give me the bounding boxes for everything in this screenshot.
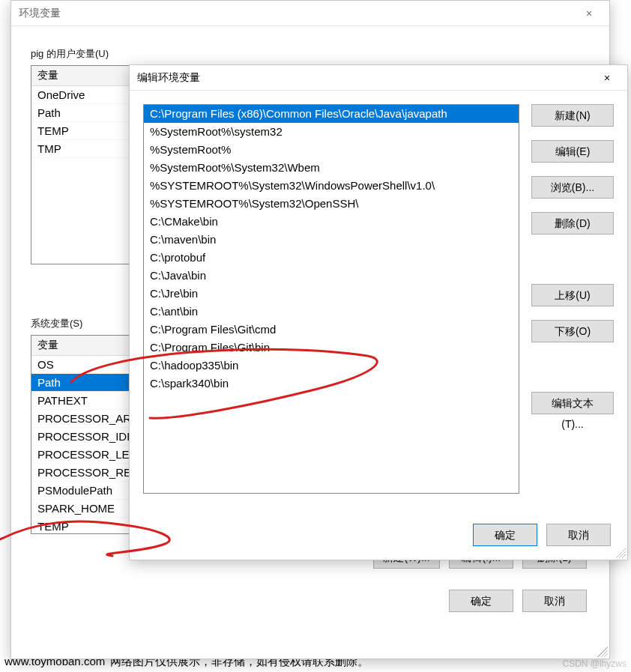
cancel-button[interactable]: 取消 — [546, 524, 611, 546]
path-row[interactable]: C:\Program Files\Git\bin — [144, 339, 519, 357]
path-row[interactable]: %SYSTEMROOT%\System32\OpenSSH\ — [144, 195, 519, 213]
user-vars-label: pig 的用户变量(U) — [31, 47, 590, 61]
ok-button[interactable]: 确定 — [473, 524, 537, 546]
csdn-watermark: CSDN @lhyzws — [562, 659, 627, 669]
titlebar: 环境变量 × — [11, 1, 609, 26]
path-row[interactable]: C:\CMake\bin — [144, 213, 519, 231]
move-down-button[interactable]: 下移(O) — [531, 320, 614, 342]
dialog-buttons: 确定 取消 — [31, 590, 590, 612]
side-buttons: 新建(N) 编辑(E) 浏览(B)... 删除(D) 上移(U) 下移(O) 编… — [531, 104, 614, 500]
path-row[interactable]: C:\Program Files\Git\cmd — [144, 321, 519, 339]
path-row[interactable]: %SystemRoot%\system32 — [144, 123, 519, 141]
path-listbox[interactable]: C:\Program Files (x86)\Common Files\Orac… — [143, 104, 519, 494]
close-icon[interactable]: × — [576, 7, 602, 19]
edit-text-button[interactable]: 编辑文本(T)... — [531, 392, 614, 414]
new-button[interactable]: 新建(N) — [531, 104, 614, 127]
delete-button[interactable]: 删除(D) — [531, 212, 614, 234]
edit-env-var-dialog: 编辑环境变量 × C:\Program Files (x86)\Common F… — [129, 64, 628, 560]
ok-button[interactable]: 确定 — [449, 590, 513, 612]
dialog-buttons: 确定 取消 — [143, 524, 614, 546]
path-row[interactable]: C:\Java\bin — [144, 267, 519, 285]
path-row[interactable]: %SystemRoot% — [144, 141, 519, 159]
dialog-title: 编辑环境变量 — [137, 71, 200, 85]
titlebar: 编辑环境变量 × — [130, 65, 627, 91]
path-row[interactable]: C:\protobuf — [144, 249, 519, 267]
resize-grip-icon[interactable] — [597, 647, 608, 657]
path-row[interactable]: %SystemRoot%\System32\Wbem — [144, 159, 519, 177]
path-row-empty[interactable] — [144, 447, 519, 464]
path-row[interactable]: C:\ant\bin — [144, 303, 519, 321]
close-icon[interactable]: × — [594, 72, 620, 84]
path-row[interactable]: C:\hadoop335\bin — [144, 357, 519, 375]
browse-button[interactable]: 浏览(B)... — [531, 176, 614, 199]
path-row[interactable]: %SYSTEMROOT%\System32\WindowsPowerShell\… — [144, 177, 519, 195]
edit-button[interactable]: 编辑(E) — [531, 140, 614, 163]
path-row[interactable]: C:\maven\bin — [144, 231, 519, 249]
path-row-empty[interactable] — [144, 411, 519, 429]
resize-grip-icon[interactable] — [615, 548, 626, 558]
move-up-button[interactable]: 上移(U) — [531, 284, 614, 306]
window-title: 环境变量 — [19, 7, 61, 20]
path-row-empty[interactable] — [144, 429, 519, 447]
path-row[interactable]: C:\Program Files (x86)\Common Files\Orac… — [144, 105, 519, 123]
path-row-empty[interactable] — [144, 393, 519, 411]
path-row[interactable]: C:\spark340\bin — [144, 375, 519, 393]
path-row[interactable]: C:\Jre\bin — [144, 285, 519, 303]
cancel-button[interactable]: 取消 — [522, 590, 587, 612]
path-row-empty[interactable] — [144, 464, 519, 482]
